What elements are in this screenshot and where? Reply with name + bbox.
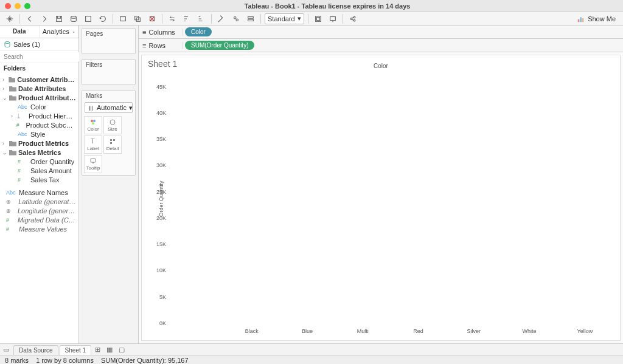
folder-sales-metrics[interactable]: ⌄Sales Metrics — [0, 148, 78, 157]
folder-customer-attributes[interactable]: ›Customer Attributes — [0, 75, 78, 84]
field-product-hierarchy[interactable]: ›ᛦProduct Hierarchy — [0, 111, 78, 120]
field-sales-tax[interactable]: #Sales Tax — [0, 175, 78, 184]
viz-area[interactable]: Sheet 1 Color Order Quantity 0K5K10K15K2… — [141, 55, 621, 341]
field-longitude-generated-[interactable]: ⊕Longitude (generated) — [0, 206, 78, 215]
pill-color-dim[interactable]: Color — [185, 27, 212, 36]
showme-icon — [577, 15, 585, 23]
svg-point-8 — [236, 19, 238, 21]
window-controls — [5, 3, 30, 9]
folder-date-attributes[interactable]: ›Date Attributes — [0, 84, 78, 93]
bar-chart[interactable] — [169, 74, 613, 323]
close-window[interactable] — [5, 3, 11, 9]
x-label: Multi — [335, 328, 391, 334]
svg-text:T: T — [91, 138, 95, 145]
field-order-quantity[interactable]: #Order Quantity — [0, 157, 78, 166]
window-title: Tableau - Book1 - Tableau license expire… — [37, 2, 618, 10]
marks-detail[interactable]: Detail — [103, 136, 122, 154]
marks-tooltip[interactable]: Tooltip — [84, 155, 102, 173]
toolbar: Standard▾ Show Me — [0, 12, 623, 26]
x-label: Black — [224, 328, 279, 334]
sheet1-tab[interactable]: Sheet 1 — [60, 345, 91, 355]
share-icon[interactable] — [347, 13, 359, 24]
pill-order-quantity[interactable]: SUM(Order Quantity) — [185, 41, 254, 50]
field-latitude-generated-[interactable]: ⊕Latitude (generated) — [0, 197, 78, 206]
filters-shelf[interactable]: Filters — [82, 59, 136, 85]
clear-icon[interactable] — [146, 13, 158, 24]
search-input[interactable] — [2, 52, 82, 61]
mark-type-selector[interactable]: ⫼Automatic▾ — [85, 102, 133, 113]
field-sales-amount[interactable]: #Sales Amount — [0, 166, 78, 175]
columns-shelf[interactable]: ≡Columns Color — [139, 26, 623, 39]
y-tick: 35K — [156, 136, 166, 142]
sort-desc-icon[interactable] — [195, 13, 207, 24]
back-icon[interactable] — [24, 13, 36, 24]
marks-size[interactable]: Size — [103, 116, 122, 134]
forward-icon[interactable] — [38, 13, 50, 24]
x-label: Yellow — [557, 328, 613, 334]
svg-rect-26 — [110, 142, 112, 144]
field-migrated-data-count-[interactable]: #Migrated Data (Count) — [0, 215, 78, 224]
sheet-tabs: ▭ Data Source Sheet 1 ⊞ ▦ ▢ — [0, 343, 623, 355]
new-worksheet-icon[interactable]: ⊞ — [91, 346, 103, 354]
tab-data[interactable]: Data — [0, 26, 40, 38]
y-tick: 20K — [156, 215, 166, 221]
maximize-window[interactable] — [24, 3, 30, 9]
new-dashboard-icon[interactable]: ▦ — [103, 346, 116, 354]
svg-rect-10 — [316, 17, 319, 20]
marks-color[interactable]: Color — [84, 116, 102, 134]
new-datasource-icon[interactable] — [68, 13, 80, 24]
y-tick: 25K — [156, 189, 166, 195]
x-label: White — [502, 328, 557, 334]
new-sheet-icon[interactable] — [117, 13, 129, 24]
datasource-tab-icon[interactable]: ▭ — [0, 346, 12, 354]
svg-rect-15 — [578, 19, 580, 21]
field-color[interactable]: AbcColor — [0, 102, 78, 111]
y-tick: 5K — [159, 294, 166, 300]
field-style[interactable]: AbcStyle — [0, 129, 78, 139]
show-hide-icon[interactable] — [312, 13, 324, 24]
svg-rect-11 — [330, 16, 335, 20]
folder-product-attributes[interactable]: ⌄Product Attributes — [0, 93, 78, 102]
datasource-icon — [4, 41, 11, 48]
y-tick: 0K — [159, 320, 166, 326]
data-pane: Data Analytics ◦ Sales (1) ⌕ ▽ ≡ Folders… — [0, 26, 79, 343]
field-measure-values[interactable]: #Measure Values — [0, 224, 78, 233]
pages-shelf[interactable]: Pages — [82, 28, 136, 54]
duplicate-icon[interactable] — [131, 13, 144, 24]
field-product-subcategory-id[interactable]: #Product Subcategory ID — [0, 120, 78, 129]
y-tick: 10K — [156, 267, 166, 273]
presentation-icon[interactable] — [327, 13, 339, 24]
save-icon[interactable] — [53, 13, 65, 24]
marks-label[interactable]: TLabel — [84, 136, 102, 154]
refresh-icon[interactable] — [97, 13, 109, 24]
svg-point-18 — [5, 42, 10, 44]
y-axis-label: Order Quantity — [158, 180, 164, 216]
x-label: Red — [391, 328, 446, 334]
field-measure-names[interactable]: AbcMeasure Names — [0, 188, 78, 197]
pause-icon[interactable] — [82, 13, 94, 24]
highlight-icon[interactable] — [215, 13, 228, 24]
svg-point-22 — [110, 120, 115, 125]
tableau-logo-icon[interactable] — [4, 13, 16, 24]
shelves-pane: Pages Filters Marks ⫼Automatic▾ ColorSiz… — [79, 26, 139, 343]
datasource-item[interactable]: Sales (1) — [0, 38, 78, 50]
status-bar: 8 marks 1 row by 8 columns SUM(Order Qua… — [0, 355, 623, 364]
group-icon[interactable] — [230, 13, 242, 24]
new-story-icon[interactable]: ▢ — [116, 346, 128, 354]
labels-icon[interactable] — [245, 13, 257, 24]
svg-rect-2 — [86, 16, 91, 21]
x-label: Blue — [280, 328, 335, 334]
rows-shelf[interactable]: ≡Rows SUM(Order Quantity) — [139, 39, 623, 52]
y-tick: 15K — [156, 241, 166, 247]
swap-icon[interactable] — [166, 13, 178, 24]
sort-asc-icon[interactable] — [181, 13, 193, 24]
datasource-tab[interactable]: Data Source — [13, 345, 58, 355]
svg-point-7 — [234, 16, 237, 19]
show-me-button[interactable]: Show Me — [573, 15, 619, 23]
minimize-window[interactable] — [15, 3, 21, 9]
fit-selector[interactable]: Standard▾ — [265, 13, 304, 24]
tab-analytics[interactable]: Analytics ◦ — [40, 26, 79, 38]
folder-product-metrics[interactable]: ›Product Metrics — [0, 139, 78, 148]
workspace: ≡Columns Color ≡Rows SUM(Order Quantity)… — [139, 26, 623, 343]
y-tick: 40K — [156, 110, 166, 116]
